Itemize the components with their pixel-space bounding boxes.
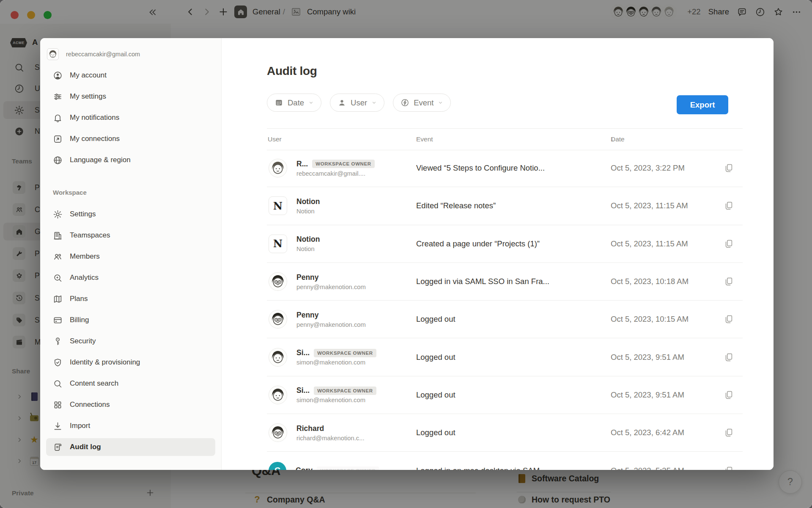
audit-log-row[interactable]: NNotionNotionEdited “Release notes”Oct 5… bbox=[267, 187, 743, 225]
user-name: Notion bbox=[296, 235, 320, 244]
avatar bbox=[269, 272, 287, 291]
import-icon bbox=[53, 421, 63, 431]
user-name: R... bbox=[296, 160, 308, 168]
grid-icon bbox=[53, 400, 63, 410]
settings-nav-my-notifications[interactable]: My notifications bbox=[46, 109, 215, 127]
workspace-owner-badge: WORKSPACE OWNER bbox=[312, 160, 374, 168]
audit-log-table: R...WORKSPACE OWNERrebeccamcakir@gmail..… bbox=[267, 149, 743, 470]
avatar: C bbox=[269, 462, 286, 470]
filter-event[interactable]: Event bbox=[393, 94, 451, 112]
settings-nav-my-settings[interactable]: My settings bbox=[46, 88, 215, 105]
menu-item-label: Identity & provisioning bbox=[70, 358, 140, 367]
chevron-down-icon bbox=[308, 100, 314, 105]
bell-icon bbox=[53, 113, 63, 123]
menu-item-label: Language & region bbox=[70, 156, 131, 164]
settings-nav-teamspaces[interactable]: Teamspaces bbox=[46, 226, 215, 244]
settings-nav-identity-provisioning[interactable]: Identity & provisioning bbox=[46, 353, 215, 371]
chevron-down-icon bbox=[438, 100, 443, 105]
avatar bbox=[269, 310, 287, 329]
audit-log-row[interactable]: R...WORKSPACE OWNERrebeccamcakir@gmail..… bbox=[267, 149, 743, 187]
copy-icon[interactable] bbox=[724, 201, 734, 211]
audit-log-row[interactable]: Richardrichard@makenotion.c...Logged out… bbox=[267, 414, 743, 452]
user-icon bbox=[337, 98, 346, 107]
user-cell: R...WORKSPACE OWNERrebeccamcakir@gmail..… bbox=[267, 149, 375, 187]
copy-icon[interactable] bbox=[724, 390, 734, 400]
event-cell: Logged in via SAML SSO in San Fra... bbox=[416, 277, 549, 286]
menu-item-label: My notifications bbox=[70, 113, 119, 122]
account-header: rebeccamcakir@gmail.com bbox=[47, 48, 140, 60]
user-name: Si... bbox=[296, 386, 310, 395]
avatar bbox=[269, 348, 287, 367]
settings-nav-content-search[interactable]: Content search bbox=[46, 375, 215, 392]
user-email: Notion bbox=[296, 208, 320, 215]
copy-icon[interactable] bbox=[724, 239, 734, 249]
user-email: simon@makenotion.com bbox=[296, 359, 376, 366]
account-avatar bbox=[47, 48, 59, 60]
avatar bbox=[269, 159, 287, 177]
copy-icon[interactable] bbox=[724, 352, 734, 362]
copy-icon[interactable] bbox=[724, 276, 734, 287]
notion-logo-avatar: N bbox=[269, 196, 287, 215]
chevron-down-icon bbox=[371, 100, 377, 105]
copy-icon[interactable] bbox=[724, 466, 734, 470]
column-header-user[interactable]: User bbox=[268, 129, 282, 150]
settings-nav-connections[interactable]: Connections bbox=[46, 396, 215, 414]
sort-descending-icon: ↓ bbox=[611, 129, 614, 150]
menu-item-label: My settings bbox=[70, 92, 106, 101]
copy-icon[interactable] bbox=[724, 163, 734, 173]
copy-icon[interactable] bbox=[724, 314, 734, 324]
workspace-owner-badge: WORKSPACE OWNER bbox=[314, 349, 376, 357]
workspace-owner-badge: WORKSPACE OWNER bbox=[317, 467, 379, 470]
filter-user[interactable]: User bbox=[330, 94, 384, 112]
copy-icon[interactable] bbox=[724, 428, 734, 438]
key-icon bbox=[53, 337, 63, 346]
audit-log-row[interactable]: Si...WORKSPACE OWNERsimon@makenotion.com… bbox=[267, 338, 743, 376]
audit-log-row[interactable]: CCoryWORKSPACE OWNERLogged in on mac-des… bbox=[267, 452, 743, 470]
menu-item-label: My connections bbox=[70, 135, 120, 143]
filter-date[interactable]: Date bbox=[267, 94, 321, 112]
avatar bbox=[269, 386, 287, 404]
settings-nav-settings[interactable]: Settings bbox=[46, 205, 215, 223]
menu-item-label: Members bbox=[70, 252, 100, 261]
user-cell: Si...WORKSPACE OWNERsimon@makenotion.com bbox=[267, 338, 376, 375]
user-cell: Pennypenny@makenotion.com bbox=[267, 301, 366, 338]
globe-icon bbox=[53, 155, 63, 165]
user-cell: Richardrichard@makenotion.c... bbox=[267, 414, 365, 451]
settings-nav-import[interactable]: Import bbox=[46, 417, 215, 435]
event-cell: Viewed “5 Steps to Configure Notio... bbox=[416, 163, 545, 173]
shield-icon bbox=[53, 358, 63, 367]
filter-label: Date bbox=[288, 98, 304, 108]
event-cell: Logged out bbox=[416, 390, 455, 400]
user-cell: NNotionNotion bbox=[267, 225, 320, 262]
user-email: penny@makenotion.com bbox=[296, 284, 366, 290]
menu-item-label: Teamspaces bbox=[70, 231, 110, 240]
audit-log-row[interactable]: Pennypenny@makenotion.comLogged outOct 5… bbox=[267, 301, 743, 338]
settings-nav-plans[interactable]: Plans bbox=[46, 290, 215, 308]
analytics-icon bbox=[53, 273, 63, 283]
export-button[interactable]: Export bbox=[677, 95, 728, 114]
audit-log-row[interactable]: Pennypenny@makenotion.comLogged in via S… bbox=[267, 263, 743, 301]
settings-nav-language-region[interactable]: Language & region bbox=[46, 151, 215, 169]
user-name: Richard bbox=[296, 424, 324, 433]
search-icon bbox=[53, 379, 63, 389]
settings-nav-audit-log[interactable]: Audit log bbox=[46, 438, 215, 456]
account-email: rebeccamcakir@gmail.com bbox=[66, 51, 140, 58]
event-cell: Created a page under “Projects (1)” bbox=[416, 239, 540, 248]
column-header-event[interactable]: Event bbox=[416, 129, 433, 150]
user-circle-icon bbox=[53, 71, 63, 80]
settings-nav-members[interactable]: Members bbox=[46, 248, 215, 265]
user-cell: CCoryWORKSPACE OWNER bbox=[267, 452, 379, 470]
settings-nav-my-connections[interactable]: My connections bbox=[46, 130, 215, 148]
date-cell: Oct 5, 2023, 5:35 AM bbox=[611, 466, 684, 470]
workspace-section-label: Workspace bbox=[53, 189, 87, 196]
audit-log-row[interactable]: NNotionNotionCreated a page under “Proje… bbox=[267, 225, 743, 263]
date-cell: Oct 5, 2023, 11:15 AM bbox=[611, 201, 688, 210]
audit-log-row[interactable]: Si...WORKSPACE OWNERsimon@makenotion.com… bbox=[267, 376, 743, 414]
menu-item-label: Plans bbox=[70, 295, 88, 303]
user-name: Penny bbox=[296, 311, 319, 320]
bolt-icon bbox=[401, 98, 409, 107]
settings-nav-my-account[interactable]: My account bbox=[46, 66, 215, 84]
settings-nav-billing[interactable]: Billing bbox=[46, 311, 215, 329]
settings-nav-analytics[interactable]: Analytics bbox=[46, 269, 215, 287]
settings-nav-security[interactable]: Security bbox=[46, 332, 215, 350]
